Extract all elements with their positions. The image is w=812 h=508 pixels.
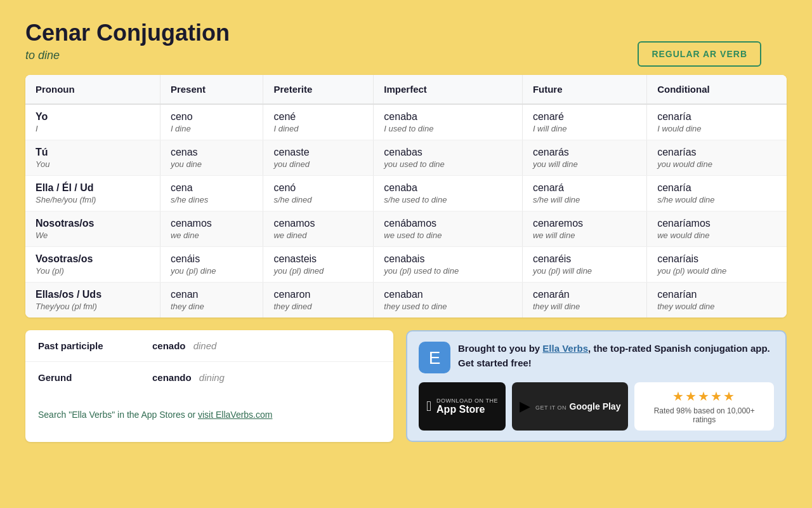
conjugation-table: Pronoun Present Preterite Imperfect Futu… — [25, 75, 787, 318]
cell-main: cenarían — [657, 289, 776, 300]
promo-section: E Brought to you by Ella Verbs, the top-… — [406, 330, 787, 442]
cell-sub: I used to dine — [384, 124, 512, 133]
col-conditional: Conditional — [647, 75, 787, 104]
cell-sub: they dine — [171, 302, 253, 311]
android-btn-big: Google Play — [570, 401, 621, 411]
cell-main: cenaría — [657, 111, 776, 123]
gerund-value: cenando dining — [140, 362, 393, 394]
svg-text:E: E — [429, 348, 441, 368]
verb-cell: cenarásyou will dine — [522, 140, 646, 176]
cell-main: cenarías — [657, 147, 776, 158]
verb-cell: cenaránthey will dine — [522, 283, 646, 318]
table-row: Ella / Él / UdShe/he/you (fml)cenas/he d… — [25, 176, 787, 211]
cell-sub: You (pl) — [36, 266, 150, 276]
verb-cell: cenaríasyou would dine — [647, 140, 787, 176]
cell-sub: we would dine — [657, 231, 776, 240]
verb-cell: cenamoswe dine — [160, 211, 263, 247]
pronoun-cell: YoI — [25, 104, 160, 140]
cell-main: cenaba — [384, 111, 512, 123]
cell-main: cenáis — [171, 253, 253, 265]
verb-cell: cenaríamoswe would dine — [647, 211, 787, 247]
verb-cell: cenéI dined — [263, 104, 374, 140]
star-rating: ★★★★★ — [672, 389, 736, 404]
cell-main: cenaban — [384, 289, 512, 300]
apple-icon:  — [426, 398, 431, 415]
ella-verbs-link[interactable]: visit EllaVerbs.com — [198, 410, 272, 420]
verb-cell: cenaríaI would dine — [647, 104, 787, 140]
cell-main: cenamos — [171, 218, 253, 229]
ella-verbs-icon: E — [419, 342, 450, 373]
verb-cell: cenas/he dines — [160, 176, 263, 211]
cell-main: cenará — [533, 182, 636, 194]
col-future: Future — [522, 75, 646, 104]
pronoun-cell: Vosotras/osYou (pl) — [25, 247, 160, 283]
past-participle-value: cenado dined — [140, 330, 393, 362]
cell-main: cenabais — [384, 253, 512, 265]
verb-cell: cenaríanthey would dine — [647, 283, 787, 318]
cell-main: cenaré — [533, 111, 636, 123]
cell-sub: I would dine — [657, 124, 776, 133]
cell-main: cenas — [171, 147, 253, 158]
cell-main: cenaríais — [657, 253, 776, 265]
cell-main: ceno — [171, 111, 253, 123]
verb-cell: cenaronthey dined — [263, 283, 374, 318]
app-store-button[interactable]:  Download on the App Store — [419, 382, 506, 431]
table-row: TúYoucenasyou dinecenasteyou dinedcenaba… — [25, 140, 787, 176]
verb-cell: cenábamoswe used to dine — [374, 211, 523, 247]
cell-main: Yo — [36, 111, 150, 123]
table-row: YoIcenoI dinecenéI dinedcenabaI used to … — [25, 104, 787, 140]
bottom-section: Past participle cenado dined Gerund cena… — [25, 330, 787, 442]
gerund-label: Gerund — [25, 362, 140, 394]
verb-cell: cenabas/he used to dine — [374, 176, 523, 211]
table-row: Vosotras/osYou (pl)cenáisyou (pl) dinece… — [25, 247, 787, 283]
cell-main: cenamos — [273, 218, 363, 229]
verb-cell: cenabanthey used to dine — [374, 283, 523, 318]
verb-cell: cenamoswe dined — [263, 211, 374, 247]
cell-sub: they used to dine — [384, 302, 512, 311]
past-participle-row: Past participle cenado dined — [25, 330, 393, 362]
cell-main: cenaron — [273, 289, 363, 300]
cell-main: cenan — [171, 289, 253, 300]
pronoun-cell: Nosotras/osWe — [25, 211, 160, 247]
cell-main: cené — [273, 111, 363, 123]
cell-sub: She/he/you (fml) — [36, 195, 150, 204]
cell-main: Nosotras/os — [36, 218, 150, 229]
verb-cell: cenabaisyou (pl) used to dine — [374, 247, 523, 283]
verb-cell: cenasteisyou (pl) dined — [263, 247, 374, 283]
cell-main: cena — [171, 182, 253, 194]
cell-main: Ella / Él / Ud — [36, 182, 150, 194]
play-icon: ▶ — [520, 398, 530, 415]
cell-main: cenaremos — [533, 218, 636, 229]
verb-cell: cenasteyou dined — [263, 140, 374, 176]
col-pronoun: Pronoun — [25, 75, 160, 104]
cell-sub: they will dine — [533, 302, 636, 311]
verb-cell: cenarías/he would dine — [647, 176, 787, 211]
cell-sub: s/he dined — [273, 195, 363, 204]
col-imperfect: Imperfect — [374, 75, 523, 104]
cell-main: cenasteis — [273, 253, 363, 265]
cell-sub: you (pl) used to dine — [384, 266, 512, 276]
cell-sub: you (pl) dined — [273, 266, 363, 276]
cell-sub: you will dine — [533, 159, 636, 169]
play-store-button[interactable]: ▶ GET IT ON Google Play — [512, 382, 629, 431]
ios-btn-big: App Store — [436, 404, 498, 415]
cell-main: cenaste — [273, 147, 363, 158]
cell-main: cenaríamos — [657, 218, 776, 229]
participle-section: Past participle cenado dined Gerund cena… — [25, 330, 393, 442]
cell-main: Vosotras/os — [36, 253, 150, 265]
cell-sub: we will dine — [533, 231, 636, 240]
cell-sub: you used to dine — [384, 159, 512, 169]
verb-cell: cenaréisyou (pl) will dine — [522, 247, 646, 283]
table-row: Nosotras/osWecenamoswe dinecenamoswe din… — [25, 211, 787, 247]
cell-sub: s/he will dine — [533, 195, 636, 204]
verb-cell: cenaremoswe will dine — [522, 211, 646, 247]
promo-header: E Brought to you by Ella Verbs, the top-… — [419, 342, 774, 373]
verb-title: Cenar — [25, 20, 90, 46]
cell-sub: I will dine — [533, 124, 636, 133]
ella-verbs-promo-link[interactable]: Ella Verbs — [542, 343, 588, 354]
cell-sub: You — [36, 159, 150, 169]
table-row: Ellas/os / UdsThey/you (pl fml)cenanthey… — [25, 283, 787, 318]
cell-sub: you (pl) would dine — [657, 266, 776, 276]
cell-sub: We — [36, 231, 150, 240]
past-participle-translation: dined — [193, 340, 217, 351]
